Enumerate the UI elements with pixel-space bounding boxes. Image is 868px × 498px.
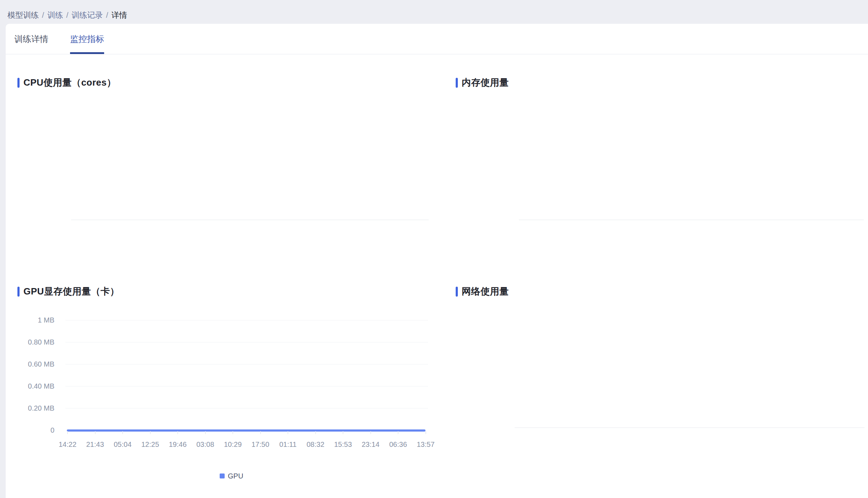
breadcrumb-item-model-training: 模型训练 <box>7 10 39 20</box>
breadcrumb-item-detail: 详情 <box>111 10 127 20</box>
breadcrumb-item-training[interactable]: 训练 <box>47 10 63 20</box>
gpu-x-tick-label: 23:14 <box>357 440 384 448</box>
gpu-x-tick <box>260 431 261 434</box>
gpu-x-tick <box>425 431 426 434</box>
gpu-x-tick <box>343 431 343 434</box>
gpu-y-tick-label: 0.40 MB <box>6 382 54 390</box>
gpu-gridline <box>65 408 428 408</box>
gpu-x-tick <box>232 431 233 434</box>
gpu-legend-label: GPU <box>228 473 243 478</box>
gpu-x-tick <box>205 431 206 434</box>
gpu-y-tick-label: 0.80 MB <box>6 338 54 346</box>
gpu-x-tick-label: 06:36 <box>385 440 412 448</box>
gpu-y-tick-label: 0.60 MB <box>6 360 54 368</box>
gpu-x-tick <box>177 431 178 434</box>
breadcrumb-item-training-records[interactable]: 训练记录 <box>71 10 103 20</box>
gpu-x-tick-label: 19:46 <box>164 440 191 448</box>
gpu-x-tick-label: 14:22 <box>54 440 81 448</box>
gpu-x-tick <box>288 431 288 434</box>
gpu-y-tick-label: 0.20 MB <box>6 404 54 412</box>
gpu-x-tick-label: 10:29 <box>219 440 246 448</box>
page: { "breadcrumb": { "separator": "/", "ite… <box>0 0 868 498</box>
gpu-y-tick-label: 1 MB <box>6 316 54 324</box>
gpu-legend-item[interactable]: GPU <box>220 473 243 478</box>
gpu-x-tick-label: 15:53 <box>329 440 357 448</box>
breadcrumb-separator: / <box>106 10 108 20</box>
gpu-x-tick <box>150 431 151 434</box>
gpu-x-tick-label: 21:43 <box>82 440 109 448</box>
gpu-gridline <box>65 386 428 386</box>
gpu-gridline <box>65 320 428 320</box>
gpu-x-tick-label: 08:32 <box>302 440 329 448</box>
gpu-x-tick <box>95 431 96 434</box>
breadcrumb-separator: / <box>42 10 44 20</box>
gpu-x-tick-label: 17:50 <box>247 440 274 448</box>
gpu-x-tick-label: 03:08 <box>192 440 219 448</box>
breadcrumb: 模型训练 / 训练 / 训练记录 / 详情 <box>7 10 127 20</box>
gpu-x-tick <box>67 431 68 434</box>
gpu-y-tick-label: 0 <box>6 426 54 434</box>
gpu-x-tick <box>398 431 398 434</box>
gpu-x-tick-label: 13:57 <box>412 440 439 448</box>
gpu-x-tick-label: 05:04 <box>109 440 136 448</box>
content-card: 训练详情 监控指标 CPU使用量（cores） 内存使用量 GPU显存使用量（卡… <box>6 24 868 498</box>
breadcrumb-separator: / <box>66 10 68 20</box>
gpu-series-line <box>67 429 425 432</box>
gpu-legend-swatch-icon <box>220 473 225 478</box>
gpu-chart-plot: GPU 1 MB0.80 MB0.60 MB0.40 MB0.20 MB014:… <box>6 24 868 498</box>
gpu-x-tick <box>370 431 371 434</box>
gpu-gridline <box>65 364 428 364</box>
gpu-x-tick <box>122 431 123 434</box>
gpu-gridline <box>65 342 428 342</box>
gpu-x-tick <box>315 431 316 434</box>
gpu-x-tick-label: 12:25 <box>137 440 164 448</box>
gpu-x-tick-label: 01:11 <box>274 440 301 448</box>
